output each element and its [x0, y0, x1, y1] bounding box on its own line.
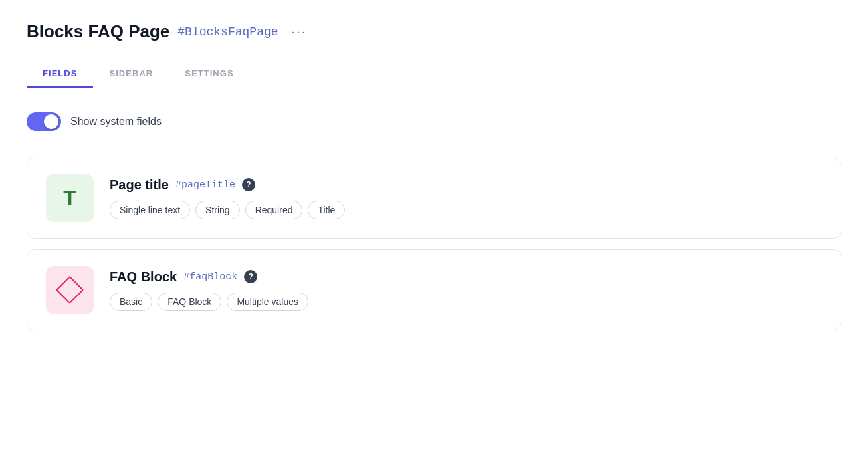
toggle-thumb: [44, 114, 58, 129]
field-name-page-title: Page title: [110, 177, 169, 193]
more-options-button[interactable]: ···: [286, 21, 312, 42]
tag-title: Title: [308, 201, 345, 219]
field-icon-faq-block: [46, 266, 94, 314]
page-slug: #BlocksFaqPage: [177, 25, 278, 39]
tab-fields[interactable]: FIELDS: [27, 60, 93, 88]
field-card-page-title[interactable]: T Page title #pageTitle ? Single line te…: [27, 158, 841, 239]
show-system-fields-label: Show system fields: [70, 116, 162, 128]
fields-list: T Page title #pageTitle ? Single line te…: [27, 158, 841, 330]
help-icon-faq-block[interactable]: ?: [244, 270, 257, 283]
field-card-faq-block[interactable]: FAQ Block #faqBlock ? Basic FAQ Block Mu…: [27, 249, 841, 330]
field-name-faq-block: FAQ Block: [110, 269, 177, 285]
tag-basic: Basic: [110, 293, 152, 311]
tab-sidebar[interactable]: SIDEBAR: [93, 60, 169, 88]
more-options-icon: ···: [292, 24, 307, 39]
field-slug-faq-block: #faqBlock: [183, 271, 237, 283]
field-name-row-faq-block: FAQ Block #faqBlock ?: [110, 269, 308, 285]
field-slug-page-title: #pageTitle: [175, 179, 235, 191]
tag-single-line-text: Single line text: [110, 201, 190, 219]
tab-settings[interactable]: SETTINGS: [169, 60, 249, 88]
tag-string: String: [195, 201, 240, 219]
field-info-faq-block: FAQ Block #faqBlock ? Basic FAQ Block Mu…: [110, 269, 308, 311]
tabs-bar: FIELDS SIDEBAR SETTINGS: [27, 60, 841, 88]
field-icon-page-title: T: [46, 174, 94, 222]
field-tags-page-title: Single line text String Required Title: [110, 201, 345, 219]
field-tags-faq-block: Basic FAQ Block Multiple values: [110, 293, 308, 311]
field-icon-letter: T: [63, 186, 76, 211]
help-icon-page-title[interactable]: ?: [242, 178, 255, 191]
tag-required: Required: [245, 201, 303, 219]
show-system-fields-toggle[interactable]: [27, 112, 61, 131]
field-name-row-page-title: Page title #pageTitle ?: [110, 177, 345, 193]
diamond-icon: [56, 276, 84, 304]
page-title: Blocks FAQ Page: [27, 21, 169, 42]
page-header: Blocks FAQ Page #BlocksFaqPage ···: [27, 21, 841, 42]
field-info-page-title: Page title #pageTitle ? Single line text…: [110, 177, 345, 219]
tag-multiple-values: Multiple values: [227, 293, 308, 311]
show-system-fields-row: Show system fields: [27, 112, 841, 131]
tag-faq-block: FAQ Block: [158, 293, 221, 311]
